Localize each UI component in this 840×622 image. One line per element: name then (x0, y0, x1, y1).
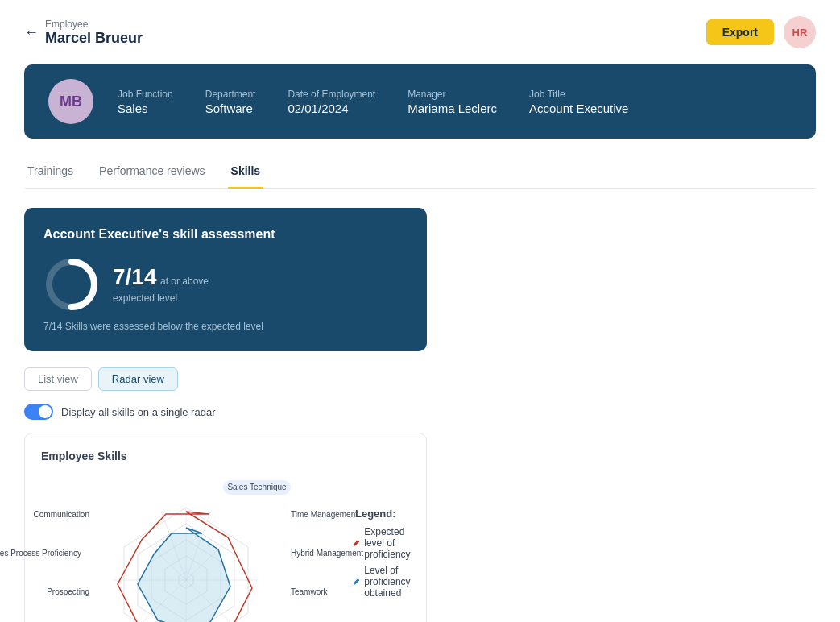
tab-trainings[interactable]: Trainings (24, 158, 77, 189)
employee-info-bar: MB Job FunctionSalesDepartmentSoftwareDa… (24, 64, 816, 139)
legend-diamond-blue (354, 578, 360, 585)
skill-card-title: Account Executive's skill assessment (43, 227, 408, 242)
skills-chart-card: Employee Skills (24, 433, 427, 622)
info-field-job-title: Job TitleAccount Executive (529, 89, 628, 115)
legend-label-obtained: Level of proficiency obtained (364, 565, 414, 599)
svg-text:Teamwork: Teamwork (291, 587, 329, 596)
info-field-job-function: Job FunctionSales (118, 89, 173, 115)
skill-summary: 7/14 at or above exptected level (43, 256, 408, 313)
svg-text:Communication: Communication (34, 510, 89, 519)
view-btn-list-view[interactable]: List view (24, 367, 92, 391)
legend-section: Legend: Expected level of proficiency Le… (355, 508, 414, 603)
skills-chart-title: Employee Skills (41, 450, 410, 462)
svg-text:Time Management: Time Management (291, 510, 358, 519)
legend-title: Legend: (355, 508, 414, 520)
back-nav-text: Employee Marcel Brueur (45, 19, 143, 47)
legend-item-obtained: Level of proficiency obtained (355, 565, 414, 599)
info-field-department: DepartmentSoftware (205, 89, 256, 115)
skill-below-text: 7/14 Skills were assessed below the expe… (43, 321, 408, 332)
info-field-manager: ManagerMariama Leclerc (408, 89, 497, 115)
legend-label-expected: Expected level of proficiency (364, 526, 414, 560)
skill-numbers: 7/14 at or above exptected level (113, 264, 209, 305)
tabs-nav: TrainingsPerformance reviewsSkills (24, 158, 816, 189)
back-navigation[interactable]: ← Employee Marcel Brueur (24, 19, 143, 47)
employee-avatar: MB (48, 79, 93, 124)
user-avatar-badge: HR (784, 16, 816, 48)
svg-text:Sales Process Proficiency: Sales Process Proficiency (0, 549, 81, 558)
svg-text:Prospecting: Prospecting (47, 587, 89, 596)
tab-performance-reviews[interactable]: Performance reviews (96, 158, 209, 189)
top-bar: ← Employee Marcel Brueur Export HR (24, 16, 816, 48)
view-btn-radar-view[interactable]: Radar view (98, 367, 178, 391)
toggle-knob (39, 405, 52, 418)
legend-diamond-red (354, 540, 360, 546)
top-actions: Export HR (706, 16, 816, 48)
radar-chart: Sales Technique Time Management Hybrid M… (41, 475, 331, 622)
employee-name-header: Marcel Brueur (45, 30, 143, 47)
toggle-label: Display all skills on a single radar (61, 406, 215, 418)
donut-chart (43, 256, 100, 313)
view-toggles: List viewRadar view (24, 367, 816, 391)
export-button[interactable]: Export (706, 19, 774, 45)
toggle-row: Display all skills on a single radar (24, 404, 816, 420)
back-nav-small-label: Employee (45, 19, 143, 30)
legend-item-expected: Expected level of proficiency (355, 526, 414, 560)
info-field-date-of-employment: Date of Employment02/01/2024 (288, 89, 375, 115)
back-arrow-icon: ← (24, 24, 39, 41)
tab-skills[interactable]: Skills (228, 158, 264, 189)
svg-marker-18 (138, 528, 230, 622)
svg-text:Sales Technique: Sales Technique (227, 483, 287, 491)
single-radar-toggle[interactable] (24, 404, 53, 420)
skill-fraction: 7/14 (113, 264, 157, 289)
info-fields: Job FunctionSalesDepartmentSoftwareDate … (118, 89, 792, 115)
chart-area: Sales Technique Time Management Hybrid M… (41, 475, 410, 622)
skill-assessment-card: Account Executive's skill assessment 7/1… (24, 208, 427, 351)
svg-text:Hybrid Management: Hybrid Management (291, 549, 363, 558)
